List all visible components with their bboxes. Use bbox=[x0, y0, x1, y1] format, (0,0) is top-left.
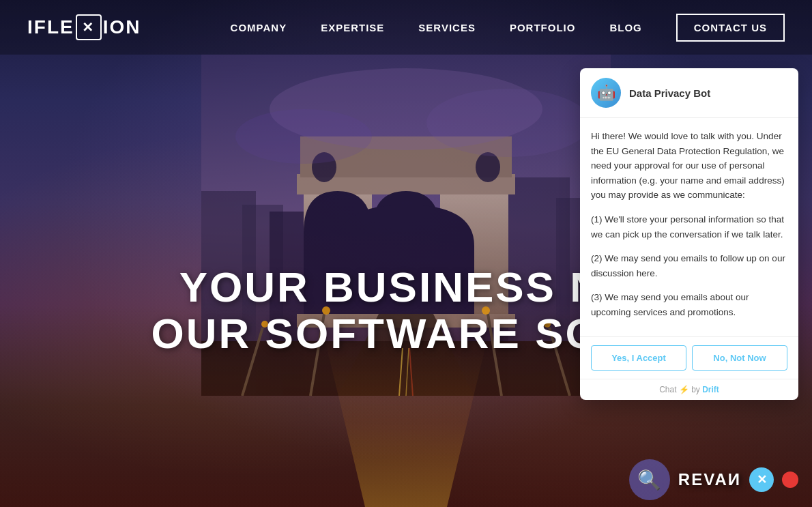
search-icon: 🔍 bbox=[637, 469, 661, 491]
accept-button[interactable]: Yes, I Accept bbox=[591, 345, 686, 371]
bot-avatar: 🤖 bbox=[591, 78, 621, 108]
dot-widget[interactable] bbox=[782, 472, 798, 488]
chat-body[interactable]: Hi there! We would love to talk with you… bbox=[580, 118, 798, 336]
nav-links: COMPANY EXPERTISE SERVICES PORTFOLIO BLO… bbox=[231, 14, 785, 42]
chat-header: 🤖 Data Privacy Bot bbox=[580, 68, 798, 118]
nav-portfolio[interactable]: PORTFOLIO bbox=[510, 22, 576, 33]
chat-message-2: (1) We'll store your personal informatio… bbox=[591, 212, 787, 242]
chat-message-1: Hi there! We would love to talk with you… bbox=[591, 129, 787, 203]
svg-point-13 bbox=[476, 152, 500, 182]
drift-link[interactable]: Drift bbox=[702, 385, 719, 394]
chat-footer-text: Chat bbox=[659, 385, 676, 394]
chat-title: Data Privacy Bot bbox=[629, 87, 710, 99]
decline-button[interactable]: No, Not Now bbox=[692, 345, 787, 371]
chat-footer-by: by bbox=[691, 385, 702, 394]
nav-expertise[interactable]: EXPERTISE bbox=[321, 22, 384, 33]
chat-bolt-icon: ⚡ bbox=[679, 385, 689, 394]
search-widget[interactable]: 🔍 bbox=[629, 459, 670, 500]
logo-text-left: IFLE bbox=[27, 16, 74, 38]
close-icon: ✕ bbox=[757, 472, 767, 487]
hero-section: IFLE ✕ ION COMPANY EXPERTISE SERVICES PO… bbox=[0, 0, 812, 507]
nav-blog[interactable]: BLOG bbox=[609, 22, 641, 33]
chat-widget: 🤖 Data Privacy Bot Hi there! We would lo… bbox=[580, 68, 798, 400]
navigation: IFLE ✕ ION COMPANY EXPERTISE SERVICES PO… bbox=[0, 0, 812, 55]
logo-text-right: ION bbox=[103, 16, 141, 38]
logo-icon: ✕ bbox=[76, 14, 102, 40]
svg-point-28 bbox=[235, 109, 372, 164]
logo: IFLE ✕ ION bbox=[27, 14, 141, 40]
bot-icon: 🤖 bbox=[597, 84, 615, 102]
close-bottom-button[interactable]: ✕ bbox=[749, 467, 774, 492]
nav-company[interactable]: COMPANY bbox=[231, 22, 287, 33]
svg-point-29 bbox=[426, 89, 590, 157]
chat-buttons: Yes, I Accept No, Not Now bbox=[580, 336, 798, 379]
nav-contact-button[interactable]: CONTACT US bbox=[676, 14, 785, 42]
bottom-widgets: 🔍 Revaи ✕ bbox=[629, 459, 798, 500]
chat-message-4: (3) We may send you emails about our upc… bbox=[591, 290, 787, 319]
chat-message-3: (2) We may send you emails to follow up … bbox=[591, 251, 787, 280]
revamp-badge: Revaи bbox=[678, 470, 741, 489]
nav-services[interactable]: SERVICES bbox=[418, 22, 476, 33]
hero-line1: YOUR BUSINESS NE bbox=[179, 263, 633, 310]
chat-footer: Chat ⚡ by Drift bbox=[580, 379, 798, 400]
